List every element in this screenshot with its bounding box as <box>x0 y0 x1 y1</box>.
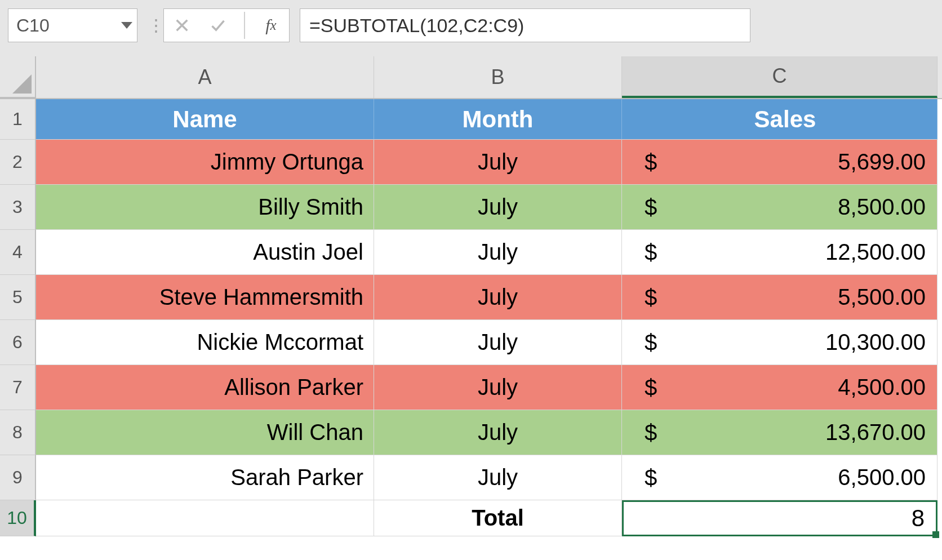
cell-text: 12,500.00 <box>657 239 926 265</box>
cell-name[interactable]: Steve Hammersmith <box>36 275 374 320</box>
header-cell-month[interactable]: Month <box>374 99 622 140</box>
cell-sales[interactable]: $5,500.00 <box>622 275 937 320</box>
cell-text: Total <box>472 505 524 531</box>
cell-text: Name <box>172 106 237 133</box>
currency-symbol: $ <box>645 375 657 400</box>
currency-symbol: $ <box>645 149 657 175</box>
cell-text: Month <box>463 106 534 133</box>
cell-month[interactable]: July <box>374 410 622 455</box>
row-header[interactable]: 10 <box>0 500 36 536</box>
table-row: 8 Will Chan July $13,670.00 <box>0 410 942 455</box>
table-row: 6 Nickie Mccormat July $10,300.00 <box>0 320 942 365</box>
cell-empty[interactable] <box>36 500 374 536</box>
formula-bar: C10 ⋮ fx =SUBTOTAL(102,C2:C9) <box>0 0 942 56</box>
table-header-row: 1 Name Month Sales <box>0 99 942 140</box>
row-header[interactable]: 1 <box>0 99 36 140</box>
cell-name[interactable]: Allison Parker <box>36 365 374 410</box>
formula-bar-divider <box>244 12 245 39</box>
column-headers: A B C <box>0 56 942 99</box>
cell-sales[interactable]: $13,670.00 <box>622 410 937 455</box>
cell-month[interactable]: July <box>374 230 622 275</box>
cell-name[interactable]: Sarah Parker <box>36 455 374 500</box>
currency-symbol: $ <box>645 194 657 220</box>
cell-text: July <box>478 465 518 490</box>
cell-text: July <box>478 420 518 445</box>
cancel-formula-icon[interactable] <box>172 15 192 35</box>
cell-text: Steve Hammersmith <box>159 285 363 310</box>
row-number: 8 <box>12 422 23 443</box>
currency-symbol: $ <box>645 465 657 490</box>
table-total-row: 10 Total 8 <box>0 500 942 536</box>
cell-total-value[interactable]: 8 <box>622 500 937 536</box>
cell-name[interactable]: Austin Joel <box>36 230 374 275</box>
cell-sales[interactable]: $12,500.00 <box>622 230 937 275</box>
name-box-dropdown-icon[interactable] <box>121 22 132 29</box>
column-header-a[interactable]: A <box>36 56 374 98</box>
cell-month[interactable]: July <box>374 320 622 365</box>
cell-text: 4,500.00 <box>657 375 926 400</box>
cell-text: 13,670.00 <box>657 420 926 445</box>
name-box[interactable]: C10 <box>8 8 137 42</box>
cell-sales[interactable]: $10,300.00 <box>622 320 937 365</box>
table-row: 5 Steve Hammersmith July $5,500.00 <box>0 275 942 320</box>
header-cell-name[interactable]: Name <box>36 99 374 140</box>
cell-month[interactable]: July <box>374 455 622 500</box>
worksheet-grid: A B C 1 Name Month Sales 2 Jimmy Ortunga… <box>0 56 942 536</box>
row-header[interactable]: 8 <box>0 410 36 455</box>
row-number: 9 <box>12 467 23 488</box>
cell-name[interactable]: Nickie Mccormat <box>36 320 374 365</box>
row-header[interactable]: 6 <box>0 320 36 365</box>
table-row: 7 Allison Parker July $4,500.00 <box>0 365 942 410</box>
data-rows: 1 Name Month Sales 2 Jimmy Ortunga July … <box>0 99 942 536</box>
select-all-corner[interactable] <box>0 56 36 98</box>
cell-sales[interactable]: $5,699.00 <box>622 140 937 185</box>
cell-text: July <box>478 239 518 265</box>
row-header[interactable]: 4 <box>0 230 36 275</box>
row-number: 10 <box>7 508 27 528</box>
formula-input[interactable]: =SUBTOTAL(102,C2:C9) <box>300 8 750 42</box>
cell-text: July <box>478 330 518 355</box>
cell-name[interactable]: Billy Smith <box>36 185 374 230</box>
table-row: 4 Austin Joel July $12,500.00 <box>0 230 942 275</box>
cell-text: 6,500.00 <box>657 465 926 490</box>
formula-bar-buttons: fx <box>163 8 290 42</box>
insert-function-icon[interactable]: fx <box>261 15 281 35</box>
cell-sales[interactable]: $4,500.00 <box>622 365 937 410</box>
header-cell-sales[interactable]: Sales <box>622 99 937 140</box>
cell-month[interactable]: July <box>374 140 622 185</box>
column-header-c[interactable]: C <box>622 56 937 98</box>
cell-text: Allison Parker <box>224 375 363 400</box>
currency-symbol: $ <box>645 420 657 445</box>
enter-formula-icon[interactable] <box>208 15 228 35</box>
row-number: 2 <box>12 152 23 172</box>
cell-text: 5,500.00 <box>657 285 926 310</box>
cell-text: Nickie Mccormat <box>197 330 363 355</box>
cell-sales[interactable]: $8,500.00 <box>622 185 937 230</box>
cell-text: July <box>478 149 518 175</box>
row-number: 6 <box>12 332 23 353</box>
cell-total-label[interactable]: Total <box>374 500 622 536</box>
currency-symbol: $ <box>645 330 657 355</box>
row-header[interactable]: 5 <box>0 275 36 320</box>
column-header-label: B <box>491 65 504 89</box>
column-header-b[interactable]: B <box>374 56 622 98</box>
cell-text: July <box>478 194 518 220</box>
row-header[interactable]: 7 <box>0 365 36 410</box>
table-row: 2 Jimmy Ortunga July $5,699.00 <box>0 140 942 185</box>
cell-name[interactable]: Will Chan <box>36 410 374 455</box>
cell-sales[interactable]: $6,500.00 <box>622 455 937 500</box>
row-number: 5 <box>12 287 23 308</box>
row-number: 3 <box>12 197 23 217</box>
name-box-value: C10 <box>16 15 50 36</box>
cell-name[interactable]: Jimmy Ortunga <box>36 140 374 185</box>
cell-text: 10,300.00 <box>657 330 926 355</box>
row-header[interactable]: 9 <box>0 455 36 500</box>
cell-text: 8 <box>912 505 925 532</box>
cell-month[interactable]: July <box>374 365 622 410</box>
cell-month[interactable]: July <box>374 275 622 320</box>
row-header[interactable]: 2 <box>0 140 36 185</box>
row-header[interactable]: 3 <box>0 185 36 230</box>
row-number: 4 <box>12 242 23 263</box>
cell-text: 5,699.00 <box>657 149 926 175</box>
cell-month[interactable]: July <box>374 185 622 230</box>
